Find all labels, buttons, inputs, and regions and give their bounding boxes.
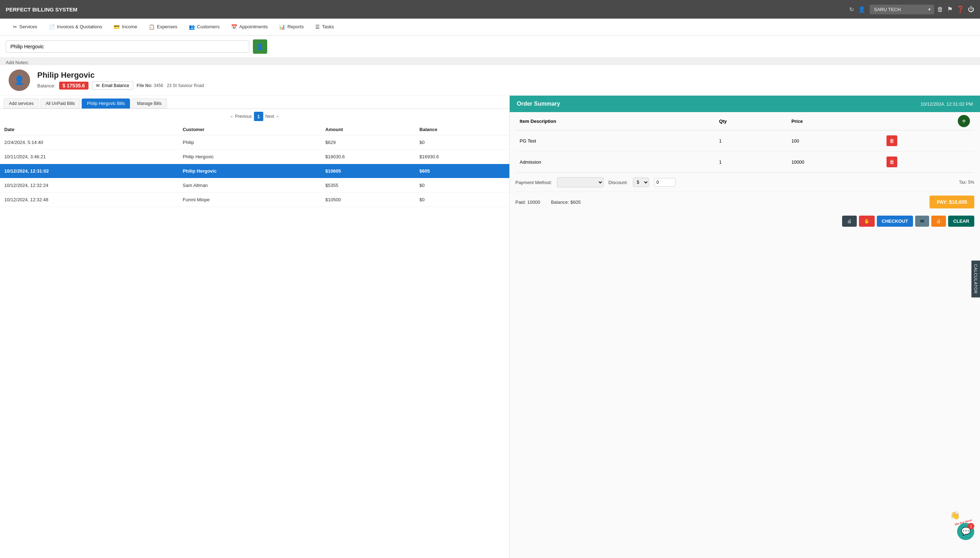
refresh-icon[interactable]: ↻ bbox=[849, 6, 854, 13]
user-icon[interactable]: 👤 bbox=[858, 6, 865, 13]
row-amount: $10500 bbox=[321, 193, 415, 207]
row-balance: $0 bbox=[415, 193, 509, 207]
chat-bubble-wrap: 👋 We Are Here! 💬 1 bbox=[957, 523, 974, 540]
nav-appointments-label: Appointments bbox=[239, 24, 268, 30]
company-select[interactable]: SARU TECH bbox=[870, 5, 934, 14]
chat-button[interactable]: 💬 1 bbox=[957, 523, 974, 540]
nav-customers[interactable]: 👥 Customers bbox=[183, 19, 225, 36]
row-customer: Funmi Miope bbox=[178, 193, 321, 207]
receipt-icon: 🖨 bbox=[847, 218, 852, 224]
paid-info: Paid: 10000 bbox=[515, 200, 540, 205]
nav-appointments[interactable]: 📅 Appointments bbox=[225, 19, 274, 36]
calculator-tab[interactable]: CALCULATOR bbox=[972, 261, 980, 298]
customer-details: Philip Hergovic Balance: $ 17535.6 ✉ Ema… bbox=[37, 71, 204, 90]
search-customer-button[interactable]: 👤 bbox=[253, 39, 267, 54]
navbar: ✂ Services 📄 Invoices & Quotations 💳 Inc… bbox=[0, 19, 980, 36]
page-number: 1 bbox=[254, 112, 263, 121]
customer-info-bar: 👤 Philip Hergovic Balance: $ 17535.6 ✉ E… bbox=[0, 65, 980, 96]
search-area: 👤 bbox=[0, 36, 980, 57]
order-item-row: Admission 1 10000 🗑 bbox=[515, 151, 974, 172]
delete-item-button[interactable]: 🗑 bbox=[886, 135, 897, 146]
next-button[interactable]: Next bbox=[266, 114, 274, 119]
company-dropdown-wrap: SARU TECH bbox=[870, 5, 934, 14]
flag-icon[interactable]: ⚑ bbox=[947, 5, 953, 13]
expenses-icon: 📋 bbox=[149, 24, 155, 30]
email-btn[interactable]: ✉ bbox=[915, 216, 929, 227]
item-price: 10000 bbox=[787, 151, 882, 172]
col-balance: Balance bbox=[415, 124, 509, 135]
topbar: PERFECT BILLING SYSTEM ↻ 👤 SARU TECH 🗑 ⚑… bbox=[0, 0, 980, 19]
order-col-price: Price bbox=[787, 112, 882, 130]
row-customer: Philip bbox=[178, 135, 321, 150]
delete-item-button[interactable]: 🗑 bbox=[886, 156, 897, 167]
income-icon: 💳 bbox=[113, 24, 120, 30]
customer-name: Philip Hergovic bbox=[37, 71, 204, 80]
document-icon: 📄 bbox=[49, 24, 55, 30]
item-description: PG Test bbox=[515, 130, 715, 151]
item-price: 100 bbox=[787, 130, 882, 151]
table-row[interactable]: 10/12/2024, 12:31:02 Philip Hergovic $10… bbox=[0, 164, 509, 178]
nav-income[interactable]: 💳 Income bbox=[108, 19, 143, 36]
delete-icon[interactable]: 🗑 bbox=[937, 6, 944, 13]
email-balance-button[interactable]: ✉ Email Balance bbox=[92, 81, 133, 90]
row-date: 10/12/2024, 12:32:24 bbox=[0, 178, 178, 193]
topbar-icons: ↻ 👤 bbox=[849, 6, 865, 13]
col-date: Date bbox=[0, 124, 178, 135]
prev-button[interactable]: Previous bbox=[235, 114, 252, 119]
chat-badge: 1 bbox=[968, 523, 974, 529]
order-datetime: 10/12/2024, 12:31:02 PM bbox=[921, 101, 973, 107]
tab-add-services[interactable]: Add services bbox=[3, 98, 39, 108]
next-page-arrow: » bbox=[276, 114, 279, 119]
print-btn[interactable]: 🖨 bbox=[931, 216, 946, 227]
balance-value: $ 17535.6 bbox=[59, 82, 89, 90]
clear-button[interactable]: CLEAR bbox=[948, 216, 974, 227]
payment-method-select[interactable]: Cash Card Transfer bbox=[557, 177, 604, 187]
pagination: « Previous 1 Next » bbox=[0, 109, 509, 124]
order-col-qty: Qty bbox=[714, 112, 787, 130]
customer-address: 23 St Saviour Road bbox=[167, 83, 204, 88]
action-buttons: 🖨 ✋ CHECKOUT ✉ 🖨 CLEAR bbox=[515, 212, 974, 228]
tab-manage-bills[interactable]: Manage Bills bbox=[131, 98, 167, 108]
balance-label: Balance: bbox=[37, 83, 56, 89]
tab-all-unpaid[interactable]: All UnPaid Bills bbox=[41, 98, 80, 108]
row-amount: $629 bbox=[321, 135, 415, 150]
receipt-btn[interactable]: 🖨 bbox=[842, 216, 857, 227]
add-notes-label: Add Notes: bbox=[0, 57, 980, 65]
add-item-button[interactable]: + bbox=[958, 115, 970, 127]
table-row[interactable]: 10/12/2024, 12:32:48 Funmi Miope $10500 … bbox=[0, 193, 509, 207]
nav-tasks[interactable]: ☰ Tasks bbox=[309, 19, 340, 36]
power-icon[interactable]: ⏻ bbox=[968, 6, 974, 13]
table-row[interactable]: 2/24/2024, 5:14:40 Philip $629 $0 bbox=[0, 135, 509, 150]
order-item-row: PG Test 1 100 🗑 bbox=[515, 130, 974, 151]
tabs-row: Add services All UnPaid Bills Philip Her… bbox=[0, 96, 509, 109]
row-date: 10/12/2024, 12:31:02 bbox=[0, 164, 178, 178]
tab-philip-bills[interactable]: Philip Hergovic Bills bbox=[82, 98, 130, 108]
row-balance: $0 bbox=[415, 135, 509, 150]
payment-method-row: Payment Method: Cash Card Transfer Disco… bbox=[515, 172, 974, 192]
nav-reports[interactable]: 📊 Reports bbox=[273, 19, 309, 36]
row-customer: Philip Hergovic bbox=[178, 164, 321, 178]
nav-services-label: Services bbox=[19, 24, 37, 30]
nav-tasks-label: Tasks bbox=[322, 24, 334, 30]
checkout-button[interactable]: CHECKOUT bbox=[877, 216, 913, 227]
help-icon[interactable]: ❓ bbox=[956, 5, 964, 13]
table-row[interactable]: 10/11/2024, 3:46:21 Philip Hergovic $180… bbox=[0, 150, 509, 164]
paid-balance-row: Paid: 10000 Balance: $605 PAY: $10,605 bbox=[515, 192, 974, 212]
nav-services[interactable]: ✂ Services bbox=[7, 19, 43, 36]
wave-emoji: 👋 bbox=[950, 510, 961, 521]
order-title: Order Summary bbox=[517, 101, 560, 107]
row-customer: Sam Altman bbox=[178, 178, 321, 193]
table-row[interactable]: 10/12/2024, 12:32:24 Sam Altman $5355 $0 bbox=[0, 178, 509, 193]
pay-button[interactable]: PAY: $10,605 bbox=[929, 195, 974, 208]
stop-btn[interactable]: ✋ bbox=[859, 216, 875, 227]
nav-expenses[interactable]: 📋 Expenses bbox=[143, 19, 183, 36]
discount-input[interactable] bbox=[654, 178, 676, 187]
customer-search-input[interactable] bbox=[6, 41, 249, 53]
row-date: 10/11/2024, 3:46:21 bbox=[0, 150, 178, 164]
discount-currency-select[interactable]: $ % bbox=[633, 178, 649, 187]
nav-invoices[interactable]: 📄 Invoices & Quotations bbox=[43, 19, 108, 36]
bills-table: Date Customer Amount Balance 2/24/2024, … bbox=[0, 124, 509, 207]
tasks-icon: ☰ bbox=[315, 24, 320, 30]
customers-icon: 👥 bbox=[189, 24, 195, 30]
tax-label: Tax: 5% bbox=[959, 180, 974, 185]
